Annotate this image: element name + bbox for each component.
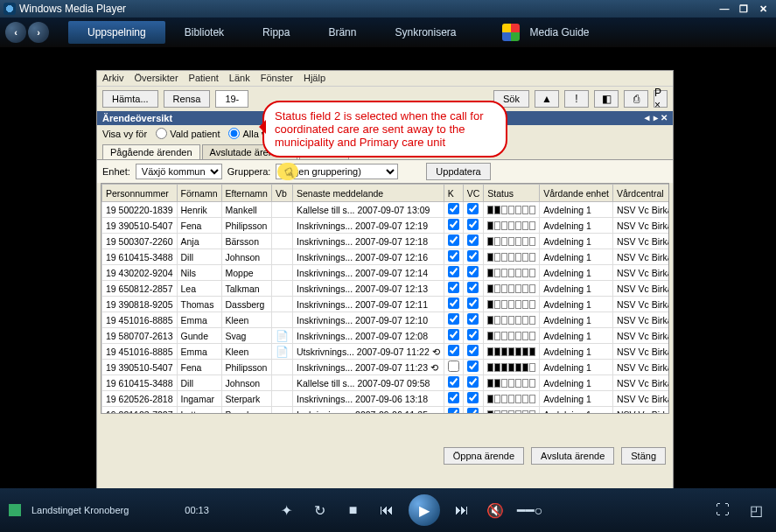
tab-rippa[interactable]: Rippa bbox=[243, 21, 309, 44]
status-indicator bbox=[487, 316, 535, 325]
table-row[interactable]: 19 500220-1839HenrikMankellKallelse till… bbox=[102, 202, 670, 218]
menu-arkiv[interactable]: Arkiv bbox=[102, 73, 123, 84]
menu-patient[interactable]: Patient bbox=[189, 73, 219, 84]
nav-forward-button[interactable]: › bbox=[28, 22, 49, 43]
repeat-button[interactable]: ↻ bbox=[309, 502, 332, 519]
hamta-button[interactable]: Hämta... bbox=[102, 90, 158, 108]
uppdatera-button[interactable]: Uppdatera bbox=[426, 163, 490, 180]
menu-lank[interactable]: Länk bbox=[229, 73, 250, 84]
table-row[interactable]: 19 221103-7227LottaBengbergInskrivnings.… bbox=[102, 407, 670, 415]
menu-oversikter[interactable]: Översikter bbox=[134, 73, 178, 84]
toolbar-icon-2[interactable]: ! bbox=[564, 90, 589, 108]
col-header[interactable]: K bbox=[444, 185, 463, 202]
footer-buttons: Öppna ärende Avsluta ärende Stäng bbox=[97, 440, 673, 472]
now-playing-icon bbox=[9, 504, 21, 516]
enhet-select[interactable]: Växjö kommun bbox=[136, 164, 222, 179]
filter-row-2: Enhet: Växjö kommun Gruppera: (Ingen gru… bbox=[97, 159, 673, 183]
tab-brann[interactable]: Bränn bbox=[309, 21, 375, 44]
status-indicator bbox=[487, 221, 535, 230]
panel-close-button[interactable]: P × bbox=[654, 90, 668, 108]
col-header[interactable]: Senaste meddelande bbox=[292, 185, 444, 202]
tab-bibliotek[interactable]: Bibliotek bbox=[165, 21, 243, 44]
col-header[interactable]: Personnummer bbox=[102, 185, 178, 202]
status-indicator bbox=[487, 269, 535, 277]
close-button[interactable]: ✕ bbox=[753, 2, 773, 16]
document-icon: 📄 bbox=[276, 346, 289, 358]
toolbar-icon-3[interactable]: ◧ bbox=[594, 90, 619, 108]
maximize-button[interactable]: ❐ bbox=[734, 2, 753, 16]
table-row[interactable]: 19 620526-2818IngamarSterparkInskrivning… bbox=[102, 391, 670, 407]
elapsed-time: 00:13 bbox=[185, 505, 209, 515]
menu-fonster[interactable]: Fönster bbox=[261, 73, 293, 84]
status-indicator bbox=[487, 379, 535, 388]
col-header[interactable]: Status bbox=[484, 185, 540, 202]
gruppera-label: Gruppera: bbox=[227, 166, 271, 177]
section-title: Ärendeöversikt bbox=[102, 113, 172, 123]
annotation-callout: Status field 2 is selected when the call… bbox=[262, 101, 507, 158]
toolbar-icon-1[interactable]: ▲ bbox=[535, 90, 559, 108]
tab-uppspelning[interactable]: Uppspelning bbox=[68, 21, 165, 44]
avsluta-arende-button[interactable]: Avsluta ärende bbox=[531, 447, 614, 465]
tab-media-guide[interactable]: Media Guide bbox=[525, 21, 595, 44]
table-row[interactable]: 19 610415-3488DillJohnsonKallelse till s… bbox=[102, 375, 670, 391]
table-row[interactable]: 19 451016-8885EmmaKleenInskrivnings... 2… bbox=[102, 312, 670, 328]
wmp-app-icon bbox=[3, 3, 16, 15]
col-header[interactable]: Vb bbox=[271, 185, 292, 202]
section-window-controls[interactable]: ◄ ▸ ✕ bbox=[643, 113, 668, 123]
document-icon: 📄 bbox=[276, 330, 289, 342]
mute-button[interactable]: 🔇 bbox=[484, 502, 507, 519]
status-indicator bbox=[487, 395, 535, 403]
compact-mode-button[interactable]: ◰ bbox=[745, 502, 767, 519]
col-header[interactable]: Efternamn bbox=[221, 185, 271, 202]
enhet-label: Enhet: bbox=[102, 166, 130, 177]
rensa-button[interactable]: Rensa bbox=[164, 90, 211, 108]
nav-back-button[interactable]: ‹ bbox=[5, 22, 26, 43]
window-title: Windows Media Player bbox=[19, 3, 126, 15]
status-indicator bbox=[487, 253, 535, 262]
wmp-tab-bar: ‹ › Uppspelning Bibliotek Rippa Bränn Sy… bbox=[0, 18, 776, 47]
table-row[interactable]: 19 390510-5407FenaPhilipssonInskrivnings… bbox=[102, 218, 670, 234]
wmp-title-bar: Windows Media Player — ❐ ✕ bbox=[0, 0, 776, 18]
table-row[interactable]: 19 390818-9205ThomasDassbergInskrivnings… bbox=[102, 297, 670, 312]
visa-label: Visa vy för bbox=[102, 129, 147, 139]
status-indicator bbox=[487, 332, 535, 340]
table-row[interactable]: 19 650812-2857LeaTalkmanInskrivnings... … bbox=[102, 281, 670, 297]
stop-button[interactable]: ■ bbox=[342, 502, 365, 518]
prev-button[interactable]: ⏮ bbox=[375, 502, 398, 518]
status-indicator bbox=[487, 363, 535, 372]
status-indicator bbox=[487, 237, 535, 246]
subtab-pagaende[interactable]: Pågående ärenden bbox=[102, 144, 200, 159]
table-row[interactable]: 19 580707-2613GundeSvag📄Inskrivnings... … bbox=[102, 328, 670, 344]
stang-button[interactable]: Stäng bbox=[621, 447, 666, 465]
col-header[interactable]: VC bbox=[463, 185, 484, 202]
col-header[interactable]: Vårdande enhet bbox=[540, 185, 613, 202]
status-indicator bbox=[487, 206, 535, 214]
status-indicator bbox=[487, 284, 535, 293]
play-button[interactable]: ▶ bbox=[409, 494, 440, 526]
toolbar-icon-print[interactable]: ⎙ bbox=[624, 90, 648, 108]
shuffle-button[interactable]: ✦ bbox=[276, 502, 298, 519]
windows-flag-icon bbox=[502, 24, 520, 41]
table-row[interactable]: 19 430202-9204NilsMoppeInskrivnings... 2… bbox=[102, 265, 670, 281]
minimize-button[interactable]: — bbox=[715, 2, 734, 16]
volume-slider[interactable]: ━━○ bbox=[517, 502, 540, 519]
fullscreen-button[interactable]: ⛶ bbox=[711, 502, 734, 518]
tab-synkronisera[interactable]: Synkronisera bbox=[375, 21, 475, 44]
radio-vald-patient[interactable]: Vald patient bbox=[156, 128, 220, 139]
now-playing-title: Landstinget Kronoberg bbox=[31, 505, 129, 515]
highlighted-field-button[interactable]: 19- bbox=[215, 90, 248, 108]
next-button[interactable]: ⏭ bbox=[451, 502, 473, 518]
menu-hjalp[interactable]: Hjälp bbox=[304, 73, 325, 84]
table-row[interactable]: 19 390510-5407FenaPhilipssonInskrivnings… bbox=[102, 360, 670, 375]
table-row[interactable]: 19 451016-8885EmmaKleen📄Utskrivnings... … bbox=[102, 344, 670, 360]
wmp-player-bar: Landstinget Kronoberg 00:13 ✦ ↻ ■ ⏮ ▶ ⏭ … bbox=[0, 488, 776, 532]
status-indicator bbox=[487, 300, 535, 309]
case-grid[interactable]: PersonnummerFörnamnEfternamnVbSenaste me… bbox=[101, 183, 669, 414]
table-row[interactable]: 19 500307-2260AnjaBärssonInskrivnings...… bbox=[102, 234, 670, 249]
table-row[interactable]: 19 610415-3488DillJohnsonInskrivnings...… bbox=[102, 249, 670, 265]
col-header[interactable]: Vårdcentral bbox=[612, 185, 669, 202]
status-indicator bbox=[487, 347, 535, 356]
col-header[interactable]: Förnamn bbox=[177, 185, 221, 202]
oppna-arende-button[interactable]: Öppna ärende bbox=[444, 447, 524, 465]
app-menu-bar: Arkiv Översikter Patient Länk Fönster Hj… bbox=[97, 71, 673, 87]
